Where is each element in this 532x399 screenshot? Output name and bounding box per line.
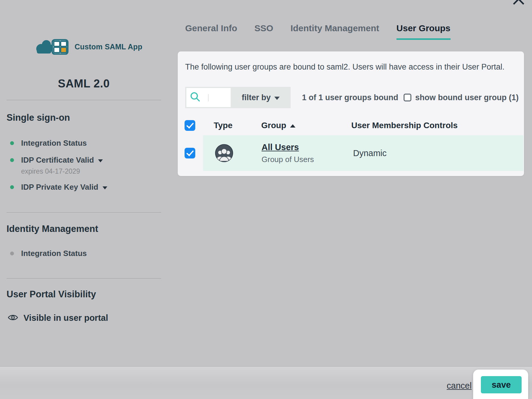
portal-visibility-row: Visible in user portal xyxy=(7,313,108,323)
app-logo-label: Custom SAML App xyxy=(75,43,142,51)
chevron-down-icon xyxy=(274,97,280,100)
column-header-type: Type xyxy=(214,121,232,130)
eye-icon xyxy=(7,314,18,323)
show-bound-checkbox[interactable] xyxy=(404,94,411,101)
app-config-tabs: General Info SSO Identity Management Use… xyxy=(185,23,451,40)
cloud-grid-app-icon xyxy=(34,37,71,56)
cancel-button[interactable]: cancel xyxy=(447,381,472,391)
close-icon[interactable] xyxy=(512,0,525,6)
sidebar-divider xyxy=(7,278,161,279)
column-header-group[interactable]: Group xyxy=(261,121,295,130)
portal-visibility-label: Visible in user portal xyxy=(23,313,108,323)
visibility-section-title: User Portal Visibility xyxy=(7,289,96,300)
search-filter-bar: filter by xyxy=(185,87,291,108)
chevron-down-icon[interactable] xyxy=(98,159,103,162)
sidebar-divider xyxy=(7,100,161,100)
sidebar-divider xyxy=(7,212,161,213)
saml-app-modal: Custom SAML App SAML 2.0 Single sign-on … xyxy=(0,0,532,399)
status-item-integration-status: Integration Status xyxy=(10,139,87,148)
sort-ascending-icon xyxy=(290,124,295,128)
filter-by-label: filter by xyxy=(242,93,271,102)
protocol-title: SAML 2.0 xyxy=(7,77,161,90)
sso-section-title: Single sign-on xyxy=(7,112,70,123)
user-group-avatar-icon xyxy=(215,144,233,162)
green-status-dot-icon xyxy=(10,158,14,162)
gray-status-dot-icon xyxy=(10,252,14,255)
certificate-expiry-text: expires 04-17-2029 xyxy=(21,167,80,175)
identity-section-title: Identity Management xyxy=(7,224,98,234)
group-search-input[interactable] xyxy=(203,91,228,104)
save-button[interactable]: save xyxy=(481,376,522,393)
tab-identity-management[interactable]: Identity Management xyxy=(290,23,379,40)
search-icon xyxy=(190,92,201,103)
status-item-idp-private-key[interactable]: IDP Private Key Valid xyxy=(10,183,107,192)
status-item-label: Integration Status xyxy=(21,139,87,148)
status-item-label: IDP Private Key Valid xyxy=(21,183,98,192)
groups-table-header: Type Group User Membership Controls xyxy=(178,120,524,131)
green-status-dot-icon xyxy=(10,185,14,189)
panel-description: The following user groups are bound to s… xyxy=(185,62,505,72)
group-name-link[interactable]: All Users xyxy=(262,142,314,152)
chevron-down-icon[interactable] xyxy=(103,186,107,189)
select-all-checkbox[interactable] xyxy=(185,120,195,131)
user-groups-panel: The following user groups are bound to s… xyxy=(178,51,524,176)
row-checkbox[interactable] xyxy=(185,148,195,158)
group-search-box[interactable] xyxy=(186,88,231,107)
filter-by-dropdown[interactable]: filter by xyxy=(231,93,291,102)
status-item-label: Integration Status xyxy=(21,249,87,258)
membership-controls-cell: Dynamic xyxy=(353,135,387,171)
groups-controls-row: filter by 1 of 1 user groups bound show … xyxy=(185,87,519,108)
tab-sso[interactable]: SSO xyxy=(254,23,273,40)
status-item-idm-integration-status: Integration Status xyxy=(10,249,87,258)
tab-user-groups[interactable]: User Groups xyxy=(396,23,451,40)
app-logo: Custom SAML App xyxy=(34,37,142,56)
status-item-label: IDP Certificate Valid xyxy=(21,155,94,165)
group-subtitle: Group of Users xyxy=(262,155,314,164)
tab-general-info[interactable]: General Info xyxy=(185,23,237,40)
column-header-membership: User Membership Controls xyxy=(351,121,458,130)
save-button-card: save xyxy=(473,370,528,399)
show-bound-label[interactable]: show bound user group (1) xyxy=(415,93,519,102)
group-name-cell: All Users Group of Users xyxy=(262,135,314,171)
green-status-dot-icon xyxy=(10,141,14,145)
column-header-group-label: Group xyxy=(261,121,286,130)
table-row[interactable]: All Users Group of Users Dynamic xyxy=(203,135,523,171)
bound-count-text: 1 of 1 user groups bound xyxy=(302,93,398,102)
show-bound-control: show bound user group (1) xyxy=(404,93,519,102)
status-item-idp-certificate[interactable]: IDP Certificate Valid xyxy=(10,155,103,165)
